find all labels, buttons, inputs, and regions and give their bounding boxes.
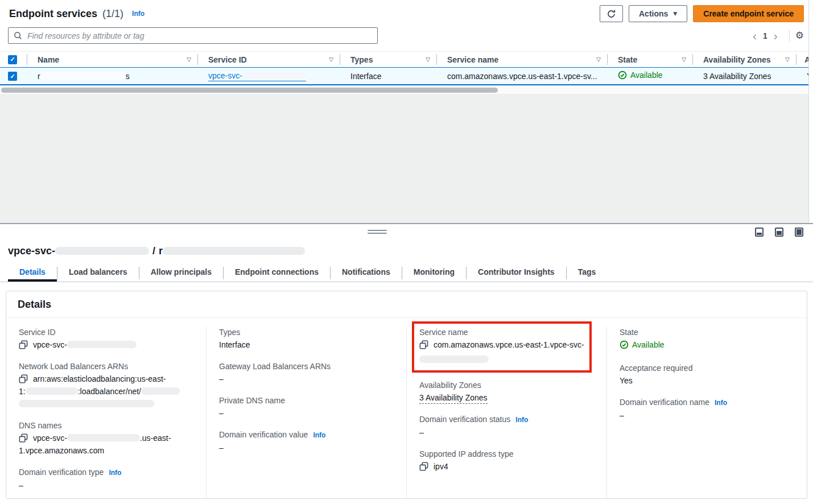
redacted-text	[141, 387, 180, 395]
info-link[interactable]: Info	[313, 431, 325, 439]
name-suffix: s	[126, 72, 130, 81]
horizontal-scrollbar-thumb[interactable]	[1, 88, 498, 93]
page-number[interactable]: 1	[761, 31, 769, 40]
info-link[interactable]: Info	[715, 399, 727, 407]
column-header-service-name[interactable]: Service name ▽	[437, 52, 608, 67]
previous-page-button[interactable]: ‹	[748, 30, 761, 42]
column-label: Types	[350, 55, 373, 64]
field-service-id: Service ID vpce-svc-	[19, 327, 195, 351]
actions-button[interactable]: Actions ▼	[629, 5, 687, 22]
row-service-name-cell: com.amazonaws.vpce.us-east-1.vpce-sv...	[437, 72, 608, 81]
service-id-text: vpce-svc-	[208, 71, 242, 80]
column-header-service-id[interactable]: Service ID ▽	[198, 52, 340, 67]
settings-gear-icon[interactable]: ⚙	[795, 31, 804, 40]
field-label: Domain verification valueInfo	[219, 429, 395, 441]
state-badge: Available	[618, 71, 663, 80]
service-name-line1: com.amazonaws.vpce.us-east-1.vpce-svc-	[434, 340, 584, 349]
table-header-select-all: ✓	[0, 52, 27, 67]
panel-size-small-icon[interactable]	[755, 228, 764, 237]
column-label: Service name	[447, 55, 498, 64]
redacted-text	[242, 72, 306, 79]
field-label: DNS names	[19, 420, 195, 432]
panel-size-medium-icon[interactable]	[775, 228, 783, 237]
field-label: Availability Zones	[419, 379, 595, 391]
filter-icon[interactable]: ▽	[329, 56, 333, 63]
nlb-arn-line2-prefix: 1:	[19, 387, 26, 396]
field-label-text: Domain verification status	[419, 415, 510, 424]
tab-details[interactable]: Details	[8, 265, 57, 282]
copy-icon[interactable]	[419, 340, 428, 349]
field-label: State	[620, 327, 795, 338]
split-panel-drag-handle[interactable]	[368, 230, 387, 236]
pagination-divider	[789, 30, 790, 42]
redacted-text	[19, 400, 154, 407]
filter-icon[interactable]: ▽	[596, 56, 601, 63]
tab-notifications[interactable]: Notifications	[331, 265, 402, 282]
dns-name-line2: 1.vpce.amazonaws.com	[19, 444, 195, 457]
availability-zones-link[interactable]: 3 Availability Zones	[703, 72, 771, 81]
availability-zones-link[interactable]: 3 Availability Zones	[419, 393, 488, 404]
nlb-arn-line1: arn:aws:elasticloadbalancing:us-east-	[33, 374, 166, 383]
row-checkbox[interactable]: ✓	[8, 72, 17, 81]
column-header-types[interactable]: Types ▽	[340, 52, 437, 67]
tab-load-balancers[interactable]: Load balancers	[57, 265, 139, 282]
field-label: Supported IP address type	[419, 448, 595, 460]
field-label-text: Domain verification value	[219, 430, 308, 439]
dns-name-mid: .us-east-	[140, 433, 171, 443]
vertical-scrollbar-track[interactable]	[808, 0, 813, 223]
info-link[interactable]: Info	[515, 416, 528, 424]
field-state: State Available	[620, 327, 795, 353]
tab-tags[interactable]: Tags	[567, 265, 608, 282]
field-value: Interface	[219, 338, 395, 351]
create-endpoint-service-button[interactable]: Create endpoint service	[693, 5, 804, 22]
filter-icon[interactable]: ▽	[682, 56, 686, 63]
split-panel-header-bar	[0, 224, 813, 240]
column-header-name[interactable]: Name ▽	[27, 52, 198, 67]
panel-size-controls	[755, 228, 803, 237]
field-value: –	[219, 407, 395, 419]
panel-title-separator: /	[152, 245, 155, 257]
details-card-heading: Details	[6, 291, 807, 318]
search-row: ‹ 1 › ⚙	[0, 22, 813, 44]
info-link[interactable]: Info	[109, 469, 121, 477]
details-card: Details Service ID vpce-svc- Network Loa…	[6, 291, 807, 499]
copy-icon[interactable]	[19, 374, 28, 383]
next-page-button[interactable]: ›	[769, 30, 782, 42]
filter-icon[interactable]: ▽	[426, 56, 430, 63]
info-link[interactable]: Info	[132, 10, 145, 18]
field-domain-verification-name: Domain verification nameInfo –	[620, 396, 795, 422]
column-label: State	[618, 55, 637, 64]
panel-title: vpce-svc-/r	[8, 245, 813, 257]
copy-icon[interactable]	[19, 433, 28, 443]
tab-allow-principals[interactable]: Allow principals	[139, 265, 223, 282]
filter-icon[interactable]: ▽	[187, 56, 191, 63]
copy-icon[interactable]	[19, 340, 28, 349]
search-input[interactable]	[26, 31, 372, 41]
details-column-4: State Available Accep	[606, 327, 807, 499]
resource-count: (1/1)	[102, 8, 123, 19]
table-row[interactable]: ✓ rs vpce-svc- Interface com.amazonaws.v…	[0, 67, 813, 85]
page-root: Endpoint services (1/1) Info Actions ▼	[0, 0, 813, 504]
column-header-state[interactable]: State ▽	[608, 52, 693, 67]
field-label: Types	[219, 327, 395, 338]
table-header-row: ✓ Name ▽ Service ID ▽ Types ▽	[0, 52, 813, 67]
field-supported-ip-type: Supported IP address type ipv4	[419, 448, 595, 473]
name-prefix: r	[38, 72, 40, 81]
field-value: –	[19, 479, 195, 491]
copy-icon[interactable]	[419, 462, 428, 471]
field-gateway-lb-arns: Gateway Load Balancers ARNs –	[219, 361, 395, 385]
column-header-availability-zones[interactable]: Availability Zones ▽	[693, 52, 797, 67]
service-id-link[interactable]: vpce-svc-	[208, 71, 306, 81]
redacted-text	[26, 387, 78, 395]
row-types-cell: Interface	[340, 72, 437, 81]
select-all-checkbox[interactable]: ✓	[8, 55, 17, 64]
refresh-button[interactable]	[600, 5, 623, 22]
redacted-text	[163, 247, 305, 255]
tab-contributor-insights[interactable]: Contributor Insights	[467, 265, 566, 282]
state-label: Available	[630, 71, 663, 80]
field-label: Service name	[419, 327, 586, 338]
panel-size-large-icon[interactable]	[795, 228, 803, 237]
tab-endpoint-connections[interactable]: Endpoint connections	[224, 265, 330, 282]
filter-icon[interactable]: ▽	[785, 56, 790, 63]
tab-monitoring[interactable]: Monitoring	[402, 265, 466, 282]
